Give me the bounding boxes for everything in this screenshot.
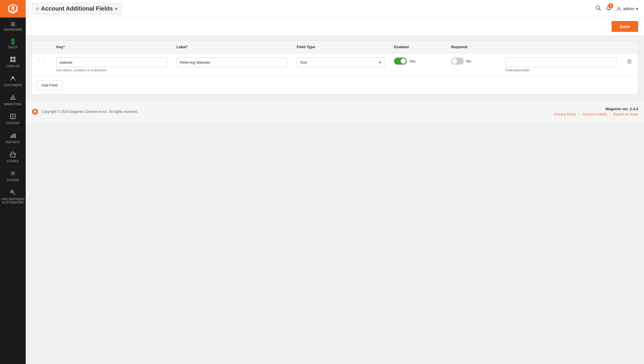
- notifications-button[interactable]: 3: [606, 5, 612, 12]
- svg-rect-11: [11, 136, 11, 138]
- sidebar-item-system-label: SYSTEM: [7, 179, 19, 182]
- svg-rect-25: [628, 60, 631, 63]
- header: ≡ Account Additional Fields ▾ 3: [26, 0, 644, 18]
- customers-icon: [10, 75, 16, 82]
- find-partners-icon: [10, 189, 16, 196]
- header-left: ≡ Account Additional Fields ▾: [32, 3, 121, 15]
- svg-line-18: [13, 193, 15, 195]
- svg-rect-14: [15, 134, 16, 138]
- placeholder-cell: Field placeholder: [501, 54, 621, 76]
- footer-right: Magento ver. 2.4.4 Privacy Policy | Acco…: [554, 107, 638, 116]
- privacy-policy-link[interactable]: Privacy Policy: [554, 112, 576, 116]
- admin-menu-button[interactable]: admin ▾: [616, 6, 638, 11]
- sidebar-item-reports[interactable]: REPORTS: [0, 129, 26, 148]
- delete-row-button[interactable]: [626, 58, 633, 67]
- sidebar-item-customers-label: CUSTOMERS: [4, 84, 22, 87]
- sidebar-item-sales[interactable]: 💲 SALES: [0, 35, 26, 53]
- sidebar-item-stores[interactable]: STORES: [0, 148, 26, 167]
- admin-label: admin: [623, 6, 634, 11]
- enabled-toggle-group: Yes: [394, 58, 442, 65]
- fields-table-section: Key* Label* Field Type Enabled Required: [32, 40, 638, 95]
- sidebar-item-dashboard[interactable]: ⊞ DASHBOARD: [0, 18, 26, 35]
- col-header-label: Label*: [172, 41, 292, 54]
- svg-rect-15: [11, 154, 15, 157]
- enabled-label: Yes: [409, 59, 415, 63]
- sidebar-item-stores-label: STORES: [7, 160, 19, 163]
- required-cell: No: [446, 54, 501, 76]
- sidebar-item-system[interactable]: SYSTEM: [0, 167, 26, 186]
- page-body: Save Key* Label* Field Type Enabled: [26, 18, 644, 364]
- label-cell: [172, 54, 292, 76]
- footer-copyright: Copyright © 2024 Magento Commerce Inc. A…: [41, 110, 138, 114]
- reports-icon: [10, 132, 16, 139]
- sales-icon: 💲: [9, 39, 17, 44]
- footer: Copyright © 2024 Magento Commerce Inc. A…: [26, 101, 644, 122]
- col-header-key: Key*: [52, 41, 172, 54]
- sidebar-item-content-label: CONTENT: [6, 122, 20, 125]
- sidebar-item-customers[interactable]: CUSTOMERS: [0, 72, 26, 91]
- marketing-icon: [10, 94, 16, 101]
- field-type-select[interactable]: Text Number Date Select Multiselect Chec…: [297, 58, 385, 67]
- main-content: ≡ Account Additional Fields ▾ 3: [26, 0, 644, 364]
- magento-label: Magento: [605, 107, 621, 111]
- footer-logo: Copyright © 2024 Magento Commerce Inc. A…: [32, 108, 138, 115]
- sidebar-item-find-partners-label: FIND PARTNERS & EXTENSIONS: [1, 198, 25, 204]
- table-header-row: Key* Label* Field Type Enabled Required: [32, 41, 638, 54]
- key-input[interactable]: [56, 58, 167, 67]
- drag-handle-icon[interactable]: ⋮⋮: [37, 58, 47, 63]
- required-toggle[interactable]: [451, 58, 464, 65]
- placeholder-input[interactable]: [506, 58, 616, 67]
- sidebar-item-reports-label: REPORTS: [6, 141, 20, 144]
- label-input[interactable]: [176, 58, 287, 67]
- hamburger-icon: ≡: [36, 6, 39, 11]
- search-button[interactable]: [595, 5, 601, 12]
- required-label: No: [466, 59, 471, 63]
- page-title: Account Additional Fields: [41, 5, 113, 12]
- save-button[interactable]: Save: [612, 21, 638, 32]
- fields-table: Key* Label* Field Type Enabled Required: [32, 41, 638, 94]
- footer-links: Privacy Policy | Account Activity | Repo…: [554, 112, 638, 116]
- dashboard-icon: ⊞: [11, 21, 15, 27]
- svg-marker-5: [11, 95, 15, 99]
- sidebar-item-catalog[interactable]: CATALOG: [0, 53, 26, 72]
- sidebar-item-content[interactable]: CONTENT: [0, 110, 26, 129]
- field-type-cell: Text Number Date Select Multiselect Chec…: [292, 54, 390, 76]
- page-title-button[interactable]: ≡ Account Additional Fields ▾: [32, 3, 121, 15]
- svg-line-22: [599, 9, 601, 11]
- col-header-required: Required: [446, 41, 501, 54]
- enabled-toggle[interactable]: [394, 58, 407, 65]
- header-right: 3 admin ▾: [595, 5, 638, 12]
- svg-rect-0: [10, 57, 13, 59]
- key-cell: Use letters, numbers or underscore: [52, 54, 172, 76]
- sidebar: ⊞ DASHBOARD 💲 SALES CATALOG CUSTOMERS: [0, 0, 26, 364]
- col-header-placeholder: [501, 41, 621, 54]
- sidebar-item-sales-label: SALES: [8, 46, 18, 49]
- table-row: ⋮⋮ Use letters, numbers or underscore: [32, 54, 638, 76]
- svg-rect-12: [12, 134, 13, 138]
- svg-rect-1: [13, 57, 15, 59]
- system-icon: [10, 170, 16, 177]
- svg-rect-2: [10, 60, 13, 62]
- svg-rect-3: [13, 60, 15, 62]
- add-field-button[interactable]: Add Field: [37, 80, 63, 90]
- notification-badge: 3: [608, 3, 613, 8]
- content-icon: [10, 113, 16, 120]
- account-activity-link[interactable]: Account Activity: [582, 112, 607, 116]
- admin-chevron-icon: ▾: [636, 6, 638, 11]
- sidebar-item-marketing-label: MARKETING: [4, 103, 21, 106]
- col-header-enabled: Enabled: [389, 41, 446, 54]
- sidebar-item-marketing[interactable]: MARKETING: [0, 91, 26, 110]
- placeholder-hint: Field placeholder: [506, 68, 616, 72]
- sidebar-item-find-partners[interactable]: FIND PARTNERS & EXTENSIONS: [0, 186, 26, 208]
- svg-point-21: [596, 6, 600, 9]
- title-chevron-icon: ▾: [115, 6, 117, 11]
- sidebar-logo[interactable]: [0, 0, 26, 18]
- svg-point-16: [12, 172, 14, 174]
- svg-rect-13: [13, 133, 14, 138]
- key-hint: Use letters, numbers or underscore: [56, 68, 167, 72]
- report-issue-link[interactable]: Report an Issue: [613, 112, 638, 116]
- sidebar-item-dashboard-label: DASHBOARD: [4, 28, 22, 31]
- stores-icon: [10, 151, 16, 158]
- col-header-field-type: Field Type: [292, 41, 390, 54]
- field-type-select-wrapper: Text Number Date Select Multiselect Chec…: [297, 58, 385, 67]
